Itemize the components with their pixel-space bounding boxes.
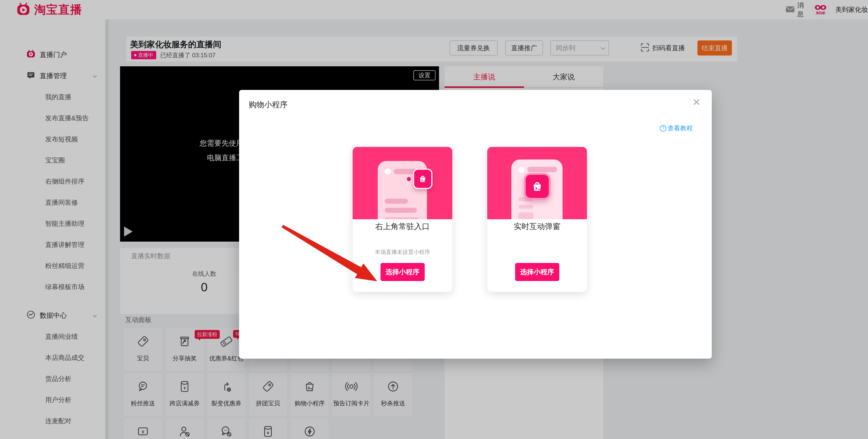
question-circle-icon: ? bbox=[660, 125, 666, 132]
card-title: 实时互动弹窗 bbox=[487, 221, 587, 232]
annotation-arrow-icon bbox=[271, 216, 387, 290]
entry-dot-icon bbox=[407, 177, 411, 181]
select-miniapp-button[interactable]: 选择小程序 bbox=[380, 263, 425, 281]
miniapp-bag-icon bbox=[413, 168, 433, 189]
card-illustration-header bbox=[352, 147, 452, 219]
miniapp-card-popup: 实时互动弹窗选择小程序 bbox=[487, 147, 587, 292]
view-tutorial-link[interactable]: ? 查看教程 bbox=[660, 124, 693, 132]
select-miniapp-button[interactable]: 选择小程序 bbox=[515, 263, 559, 281]
view-tutorial-label: 查看教程 bbox=[668, 124, 693, 132]
close-icon[interactable]: ✕ bbox=[692, 96, 701, 108]
modal-title: 购物小程序 bbox=[249, 99, 287, 110]
card-illustration-header bbox=[487, 147, 587, 219]
miniapp-bag-icon bbox=[524, 173, 551, 200]
